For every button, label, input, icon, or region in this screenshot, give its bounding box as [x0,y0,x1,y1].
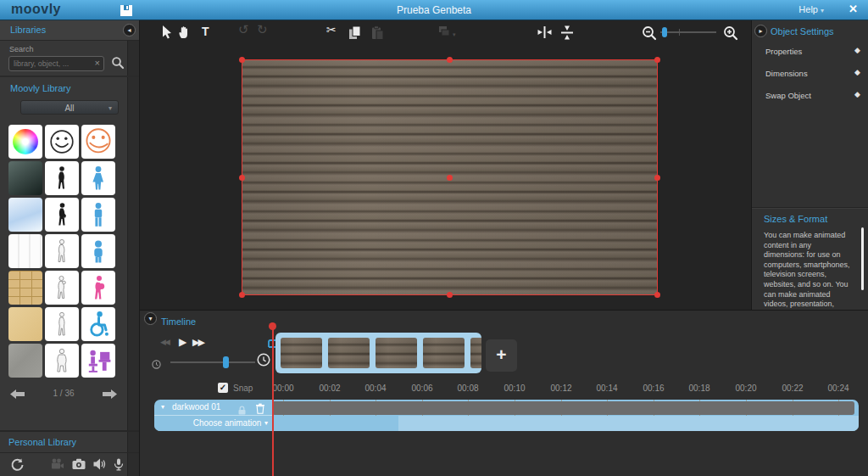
zoom-out-button[interactable] [642,25,657,44]
photo-camera-icon[interactable] [72,458,86,470]
diamond-icon[interactable]: ◆ [854,46,860,54]
video-camera-icon[interactable] [51,458,64,470]
close-button[interactable]: ✕ [849,3,858,15]
library-item-sketch-woman[interactable] [45,307,79,341]
library-item-sketch-figure[interactable] [45,234,79,268]
speaker-icon[interactable] [93,458,106,470]
resize-handle-n[interactable] [447,57,453,63]
library-item-color-wheel[interactable] [8,125,42,159]
resize-handle-w[interactable] [239,175,245,181]
help-menu[interactable]: Help▾ [798,4,824,14]
text-tool-button[interactable]: T [202,25,209,38]
microphone-icon[interactable] [114,458,124,471]
search-section: Search × [0,42,139,77]
track-expand-caret[interactable]: ▾ [161,403,164,411]
personal-library-section: Personal Library [0,430,139,476]
woman-silhouette-icon [49,200,75,229]
undo-button[interactable]: ↺ [238,22,249,37]
child-pictogram-icon [86,237,111,266]
zoom-in-button[interactable] [723,25,738,44]
animation-selector[interactable]: Choose animation ▾ [154,416,398,431]
next-page-button[interactable] [103,389,117,399]
woman-silhouette-icon [49,164,75,193]
object-duration-bar[interactable] [272,401,854,415]
library-item-sketch-mother[interactable] [45,271,79,305]
library-item-texture-granite[interactable] [8,344,42,378]
chevron-down-icon: ▾ [453,31,456,38]
resize-handle-sw[interactable] [239,292,245,298]
arrange-order-button[interactable]: ▾ [438,25,451,41]
refresh-button[interactable] [10,457,25,475]
zoom-out-icon [642,25,657,41]
animation-subtrack[interactable] [398,416,859,431]
library-item-texture-sand[interactable] [8,307,42,341]
settings-item-properties[interactable]: Properties ◆ [752,42,868,63]
resize-handle-s[interactable] [447,292,453,298]
library-item-figure-child-blue[interactable] [81,234,115,268]
refresh-icon [10,457,25,472]
library-item-gradient-lightblue[interactable] [8,198,42,232]
resize-handle-ne[interactable] [654,57,660,63]
align-vertical-center-button[interactable] [560,25,574,43]
animation-label: Choose animation [154,418,300,428]
timeline-track-darkwood[interactable]: ▾ darkwood 01 Choose animation ▾ [154,400,859,431]
library-item-sketch-person[interactable] [45,344,79,378]
man-pictogram-icon [86,200,111,229]
library-item-smiley-outline[interactable] [45,125,79,159]
sketch-person-icon [49,346,75,375]
panel-scrollbar[interactable] [861,227,864,290]
redo-button[interactable]: ↻ [257,22,268,37]
resize-handle-nw[interactable] [239,57,245,63]
resize-handle-e[interactable] [654,175,660,181]
search-input[interactable] [14,58,92,70]
library-item-gradient-teal[interactable] [8,161,42,195]
cursor-icon [162,25,173,39]
align-horizontal-center-button[interactable] [537,25,552,42]
library-item-texture-white[interactable] [8,234,42,268]
search-box: × [8,56,104,71]
ruler-label: 00:24 [820,384,857,393]
ruler-label: 00:22 [774,384,811,393]
zoom-slider[interactable] [660,31,716,33]
stage-canvas[interactable]: T ↺ ↻ ✂ ▾ [140,20,751,310]
library-item-figure-woman-blue[interactable] [81,161,115,195]
settings-item-dimensions[interactable]: Dimensions ◆ [752,64,868,85]
title-bar: moovly Prueba Genbeta Help▾ ✕ [0,0,868,20]
clear-search-icon[interactable]: × [95,58,100,68]
collapse-settings-button[interactable]: ▸ [754,25,767,37]
library-grid [8,125,119,378]
color-wheel-icon [13,129,38,154]
library-item-silhouette-woman[interactable] [45,161,79,195]
person-at-desk-icon [85,346,112,375]
library-item-silhouette-woman-2[interactable] [45,198,79,232]
smiley-icon [48,128,75,155]
hand-icon [178,25,190,39]
selected-object-darkwood[interactable] [242,59,658,295]
library-item-figure-pregnant-pink[interactable] [81,271,115,305]
sketch-mother-icon [49,273,75,302]
copy-button[interactable] [348,25,362,43]
playhead-line[interactable] [272,326,274,476]
library-item-smiley-orange[interactable] [81,125,115,159]
paste-button[interactable] [371,25,384,43]
resize-handle-se[interactable] [654,292,660,298]
pan-tool-button[interactable] [178,25,190,42]
settings-item-swap-object[interactable]: Swap Object ◆ [752,87,868,107]
library-item-figure-desk-purple[interactable] [81,344,115,378]
center-handle[interactable] [447,175,453,181]
library-item-texture-brick[interactable] [8,271,42,305]
zoom-slider-handle[interactable] [662,27,667,37]
select-tool-button[interactable] [162,25,173,42]
copy-icon [348,25,362,40]
cut-button[interactable]: ✂ [326,23,337,36]
playhead-handle[interactable] [269,322,276,330]
ruler-label: 00:20 [727,384,765,393]
library-item-figure-wheelchair-blue[interactable] [81,307,115,341]
diamond-icon[interactable]: ◆ [854,68,860,76]
search-label: Search [9,45,34,53]
library-filter-dropdown[interactable]: All ▾ [20,100,119,115]
library-item-figure-man-blue[interactable] [81,198,115,232]
collapse-libraries-button[interactable]: ◂ [123,24,136,36]
search-button[interactable] [111,56,125,70]
diamond-icon[interactable]: ◆ [854,90,860,98]
